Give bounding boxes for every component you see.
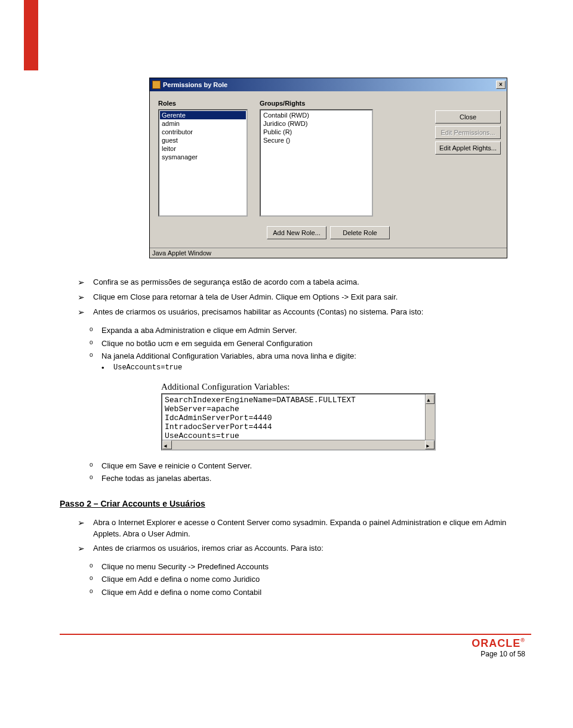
groups-label: Groups/Rights bbox=[260, 100, 379, 107]
config-textarea[interactable]: SearchIndexerEngineName=DATABASE.FULLTEX… bbox=[161, 393, 436, 451]
body-text: Expanda a aba Administration e clique em… bbox=[101, 325, 297, 337]
body-text: Antes de criarmos os usuários, iremos cr… bbox=[93, 542, 324, 555]
list-item[interactable]: guest bbox=[160, 136, 246, 144]
body-text: Clique no botão ucm e em seguida em Gene… bbox=[101, 338, 312, 350]
config-variables-panel: Additional Configuration Variables: Sear… bbox=[161, 382, 436, 451]
config-line: UseAccounts=true bbox=[165, 431, 432, 440]
scroll-up-icon[interactable]: ▴ bbox=[426, 394, 435, 404]
delete-role-button[interactable]: Delete Role bbox=[330, 226, 390, 239]
sub-bullet: o bbox=[90, 325, 97, 337]
dialog-icon bbox=[152, 81, 161, 89]
sub-bullet: o bbox=[90, 460, 97, 472]
sub-bullet: o bbox=[90, 338, 97, 350]
footer-rule bbox=[60, 634, 531, 635]
scroll-right-icon[interactable]: ▸ bbox=[425, 440, 435, 449]
groups-listbox[interactable]: Contabil (RWD) Juridico (RWD) Public (R)… bbox=[260, 109, 373, 217]
sub-bullet: o bbox=[90, 561, 97, 573]
list-item[interactable]: leitor bbox=[160, 144, 246, 153]
edit-permissions-button[interactable]: Edit Permissions... bbox=[435, 126, 501, 139]
config-line: IntradocServerPort=4444 bbox=[165, 422, 432, 431]
close-button[interactable]: Close bbox=[435, 110, 501, 124]
page-footer: ORACLE® Page 10 of 58 bbox=[60, 634, 531, 658]
config-title: Additional Configuration Variables: bbox=[161, 382, 436, 392]
roles-label: Roles bbox=[158, 100, 254, 107]
section-heading: Passo 2 – Criar Accounts e Usuários bbox=[60, 499, 531, 508]
bullet-arrow-icon: ➢ bbox=[78, 276, 87, 289]
list-item[interactable]: Juridico (RWD) bbox=[261, 119, 371, 128]
scroll-left-icon[interactable]: ◂ bbox=[162, 440, 172, 449]
sub-bullet: o bbox=[90, 587, 97, 599]
page-number: Page 10 of 58 bbox=[60, 650, 531, 658]
dialog-statusbar: Java Applet Window bbox=[150, 248, 507, 258]
dialog-title: Permissions by Role bbox=[163, 81, 227, 88]
list-item[interactable]: sysmanager bbox=[160, 153, 246, 161]
config-line: IdcAdminServerPort=4440 bbox=[165, 414, 432, 422]
scrollbar-vertical[interactable]: ▴ bbox=[425, 394, 435, 440]
list-item[interactable]: admin bbox=[160, 119, 246, 128]
edit-applet-rights-button[interactable]: Edit Applet Rights... bbox=[435, 141, 501, 155]
list-item[interactable]: Gerente bbox=[160, 111, 246, 119]
page-accent-bar bbox=[24, 0, 38, 70]
bullet-arrow-icon: ➢ bbox=[78, 291, 87, 304]
close-icon[interactable]: × bbox=[496, 81, 506, 89]
sub-bullet: o bbox=[90, 473, 97, 485]
sub-bullet: o bbox=[90, 350, 97, 362]
code-text: UseAccounts=true bbox=[113, 363, 182, 372]
sub-bullet: o bbox=[90, 573, 97, 585]
body-text: Na janela Additional Configuration Varia… bbox=[101, 350, 356, 362]
config-line: WebServer=apache bbox=[165, 405, 432, 414]
bullet-arrow-icon: ➢ bbox=[78, 517, 87, 540]
bullet-arrow-icon: ➢ bbox=[78, 306, 87, 319]
add-new-role-button[interactable]: Add New Role... bbox=[267, 226, 326, 239]
body-text: Feche todas as janelas abertas. bbox=[101, 473, 211, 485]
permissions-dialog: Permissions by Role × Roles Gerente admi… bbox=[149, 78, 507, 258]
body-text: Clique em Close para retornar à tela de … bbox=[93, 291, 398, 304]
body-text: Abra o Internet Explorer e acesse o Cont… bbox=[93, 517, 531, 540]
body-text: Clique no menu Security -> Predefined Ac… bbox=[101, 561, 269, 573]
body-text: Antes de criarmos os usuários, precisamo… bbox=[93, 306, 423, 319]
scrollbar-horizontal[interactable]: ◂▸ bbox=[162, 440, 435, 449]
bullet-arrow-icon: ➢ bbox=[78, 542, 87, 555]
oracle-logo: ORACLE® bbox=[472, 637, 525, 650]
body-text: Clique em Add e defina o nome como Conta… bbox=[101, 587, 261, 599]
list-item[interactable]: Public (R) bbox=[261, 128, 371, 136]
document-page: Permissions by Role × Roles Gerente admi… bbox=[0, 0, 573, 682]
body-text: Confira se as permissões de segurança es… bbox=[93, 276, 359, 289]
config-line: SearchIndexerEngineName=DATABASE.FULLTEX… bbox=[165, 396, 432, 405]
list-item[interactable]: Secure () bbox=[261, 136, 371, 144]
list-item[interactable]: Contabil (RWD) bbox=[261, 111, 371, 119]
body-text: Clique em Save e reinicie o Content Serv… bbox=[101, 460, 252, 472]
dialog-titlebar: Permissions by Role × bbox=[150, 78, 507, 91]
dot-bullet: • bbox=[101, 363, 109, 372]
body-text: Clique em Add e defina o nome como Jurid… bbox=[101, 573, 260, 585]
list-item[interactable]: contributor bbox=[160, 128, 246, 136]
roles-listbox[interactable]: Gerente admin contributor guest leitor s… bbox=[158, 109, 248, 217]
